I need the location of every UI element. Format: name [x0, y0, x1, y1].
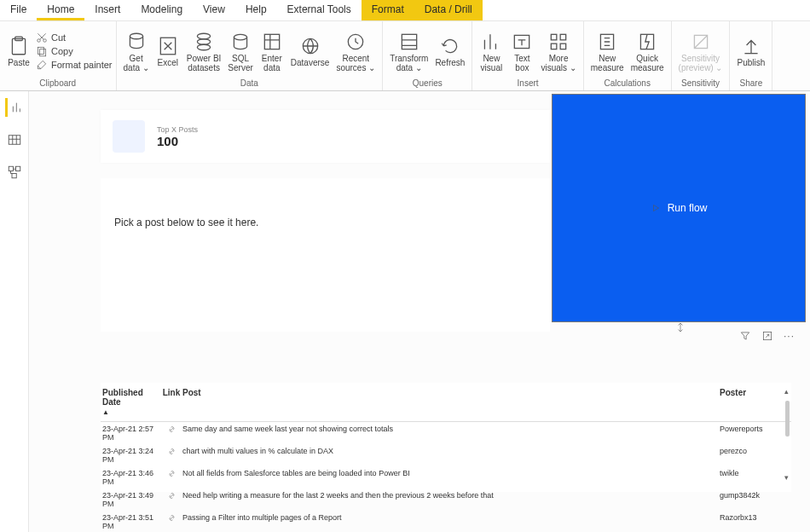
- note-text: Pick a post below to see it here.: [101, 178, 550, 228]
- enter-data-button[interactable]: Enter data: [257, 28, 287, 74]
- refresh-button[interactable]: Refresh: [431, 32, 468, 69]
- text-visual-note[interactable]: Pick a post below to see it here.: [101, 178, 550, 332]
- format-painter-button[interactable]: Format painter: [36, 59, 113, 71]
- pbi-datasets-label: Power BI datasets: [187, 54, 222, 72]
- table-scrollbar[interactable]: ▴ ▾: [784, 387, 791, 492]
- cell-link[interactable]: [160, 491, 182, 508]
- menu-bar: File Home Insert Modeling View Help Exte…: [0, 0, 810, 21]
- card-value: 100: [157, 134, 198, 148]
- cell-post: Passing a Filter into multiple pages of …: [182, 513, 720, 530]
- cell-link[interactable]: [160, 469, 182, 486]
- cell-post: Need help writing a measure for the last…: [182, 491, 720, 508]
- play-icon: [651, 203, 661, 213]
- sql-server-button[interactable]: SQL Server: [224, 28, 256, 74]
- filter-visual-button[interactable]: [739, 330, 751, 344]
- th-published-date[interactable]: Published Date▲: [101, 388, 160, 416]
- excel-button[interactable]: Excel: [153, 32, 183, 69]
- scroll-up-icon[interactable]: ▴: [784, 387, 791, 396]
- svg-point-11: [234, 34, 246, 40]
- table-visual[interactable]: Published Date▲ Link Post Poster 23-Apr-…: [101, 383, 791, 492]
- cell-date: 23-Apr-21 2:57 PM: [101, 425, 160, 442]
- focus-icon: [761, 330, 773, 342]
- card-visual-topx[interactable]: Top X Posts 100: [101, 110, 550, 163]
- table-row[interactable]: 23-Apr-21 2:57 PMSame day and same week …: [101, 422, 791, 444]
- svg-rect-15: [402, 34, 416, 49]
- table-row[interactable]: 23-Apr-21 3:49 PMNeed help writing a mea…: [101, 489, 791, 511]
- sql-server-label: SQL Server: [228, 54, 252, 72]
- table-row[interactable]: 23-Apr-21 3:46 PMNot all fields from Sal…: [101, 466, 791, 489]
- link-icon: [167, 469, 176, 478]
- report-canvas[interactable]: Top X Posts 100 Pick a post below to see…: [29, 91, 810, 532]
- svg-rect-27: [12, 174, 16, 178]
- menu-format[interactable]: Format: [362, 0, 414, 20]
- model-view-icon: [7, 165, 22, 180]
- recent-sources-button[interactable]: Recent sources ⌄: [333, 28, 379, 74]
- textbox-icon: [510, 30, 534, 54]
- more-visuals-button[interactable]: More visuals ⌄: [537, 28, 579, 74]
- menu-view[interactable]: View: [193, 0, 235, 20]
- publish-button[interactable]: Publish: [733, 32, 768, 69]
- transform-data-button[interactable]: Transform data ⌄: [386, 28, 431, 74]
- focus-mode-button[interactable]: [761, 330, 773, 344]
- svg-rect-17: [551, 34, 557, 40]
- ribbon-group-sensitivity: Sensitivity (preview) ⌄ Sensitivity: [672, 21, 731, 90]
- menu-file[interactable]: File: [0, 0, 37, 20]
- more-visuals-label: More visuals ⌄: [541, 54, 576, 72]
- apps-icon: [547, 30, 570, 54]
- run-flow-button[interactable]: Run flow: [651, 202, 708, 214]
- new-measure-label: New measure: [591, 54, 624, 72]
- menu-help[interactable]: Help: [235, 0, 277, 20]
- sensitivity-button[interactable]: Sensitivity (preview) ⌄: [675, 28, 726, 74]
- cell-post: Not all fields from Salesforce tables ar…: [182, 469, 720, 486]
- table-row[interactable]: 23-Apr-21 3:24 PMchart with multi values…: [101, 444, 791, 466]
- dataverse-button[interactable]: Dataverse: [287, 32, 333, 69]
- view-model-button[interactable]: [5, 163, 24, 182]
- menu-modeling[interactable]: Modeling: [130, 0, 193, 20]
- get-data-button[interactable]: Get data ⌄: [120, 28, 153, 74]
- recent-sources-label: Recent sources ⌄: [336, 54, 375, 72]
- view-data-button[interactable]: [5, 130, 24, 149]
- th-link[interactable]: Link: [160, 388, 182, 416]
- scroll-thumb[interactable]: [785, 401, 790, 437]
- quick-measure-button[interactable]: Quick measure: [628, 28, 668, 74]
- menu-external-tools[interactable]: External Tools: [277, 0, 362, 20]
- th-post[interactable]: Post: [182, 388, 720, 416]
- svg-rect-18: [560, 34, 566, 40]
- more-options-button[interactable]: ···: [784, 330, 795, 344]
- svg-rect-24: [9, 136, 20, 145]
- cell-link[interactable]: [160, 425, 182, 442]
- cell-link[interactable]: [160, 513, 182, 530]
- cut-label: Cut: [51, 32, 66, 43]
- sql-icon: [229, 30, 252, 54]
- th-poster[interactable]: Poster: [720, 388, 791, 416]
- left-rail: [0, 91, 29, 532]
- visual-header-actions: ···: [739, 330, 795, 344]
- cell-date: 23-Apr-21 3:46 PM: [101, 469, 160, 486]
- quick-measure-label: Quick measure: [631, 54, 664, 72]
- group-label-clipboard: Clipboard: [3, 78, 113, 89]
- text-box-button[interactable]: Text box: [506, 28, 537, 74]
- new-measure-button[interactable]: New measure: [587, 28, 628, 74]
- svg-point-6: [130, 33, 142, 39]
- view-report-button[interactable]: [5, 98, 24, 117]
- powerautomate-visual[interactable]: Run flow: [552, 94, 806, 322]
- menu-home[interactable]: Home: [37, 0, 84, 20]
- publish-label: Publish: [737, 58, 765, 67]
- copy-button[interactable]: Copy: [36, 45, 113, 57]
- cell-link[interactable]: [160, 447, 182, 464]
- group-label-sensitivity: Sensitivity: [675, 78, 726, 89]
- scissors-icon: [36, 32, 48, 43]
- cut-button[interactable]: Cut: [36, 32, 113, 43]
- new-visual-button[interactable]: New visual: [476, 28, 506, 74]
- ribbon-group-queries: Transform data ⌄ Refresh Queries: [383, 21, 472, 90]
- menu-data-drill[interactable]: Data / Drill: [414, 0, 483, 20]
- paste-button[interactable]: Paste: [3, 32, 34, 69]
- link-icon: [167, 491, 176, 500]
- scroll-down-icon[interactable]: ▾: [784, 473, 791, 482]
- dataverse-icon: [298, 34, 322, 58]
- table-row[interactable]: 23-Apr-21 3:51 PMPassing a Filter into m…: [101, 511, 791, 532]
- funnel-icon: [739, 330, 751, 342]
- group-label-calculations: Calculations: [587, 78, 668, 89]
- menu-insert[interactable]: Insert: [84, 0, 130, 20]
- pbi-datasets-button[interactable]: Power BI datasets: [183, 28, 225, 74]
